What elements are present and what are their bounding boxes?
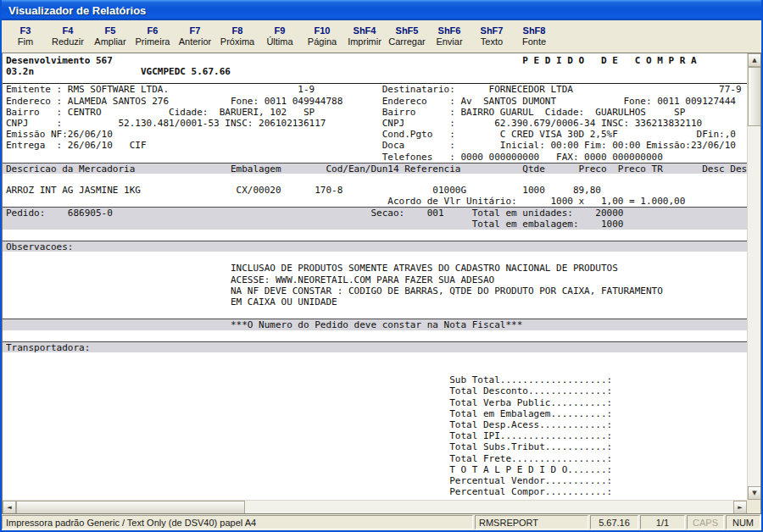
report-line: Emitente : RMS SOFTWARE LTDA. 1-9 Destin…: [6, 84, 747, 95]
report-line: Sub Total...................:: [6, 374, 747, 385]
report-line: Percentual Vendor...........:: [6, 475, 747, 486]
report-line: 03.2n VGCMPEDC 5.67.66: [6, 66, 747, 77]
left-arrow-icon: ◄: [7, 505, 11, 511]
report-divider: [3, 77, 747, 84]
vertical-scrollbar[interactable]: ▲ ▼: [747, 53, 760, 500]
toolbar-button-label: Reduzir: [47, 36, 89, 47]
report-line: Desenvolvimento 567 P E D I D O D E C O …: [6, 55, 747, 66]
toolbar-button-key: ShF6: [428, 25, 471, 36]
toolbar-button-key: F10: [301, 25, 343, 36]
toolbar-button-shf5[interactable]: ShF5Carregar: [386, 23, 428, 50]
horizontal-scrollbar[interactable]: ◄ ►: [3, 500, 747, 513]
toolbar-button-label: Texto: [471, 36, 513, 47]
report-line: Bairro : CENTRO Cidade: BARUERI, 102 SP …: [6, 107, 747, 118]
scroll-down-button[interactable]: ▼: [748, 486, 761, 500]
toolbar-button-key: F7: [174, 25, 216, 36]
report-line: Transportadora:: [3, 341, 747, 352]
page-indicator: 1/1: [640, 515, 685, 529]
toolbar-button-key: F5: [89, 25, 131, 36]
toolbar-button-key: F8: [216, 25, 259, 36]
report-line: EM CAIXA OU UNIDADE: [6, 296, 747, 308]
toolbar-button-f7[interactable]: F7Anterior: [174, 23, 216, 50]
toolbar-button-key: ShF5: [386, 25, 428, 36]
report-area: Desenvolvimento 567 P E D I D O D E C O …: [2, 53, 761, 514]
report-line: Total Desconto..............:: [6, 385, 747, 396]
report-line: Telefones : 0000 000000000 FAX: 0000 000…: [6, 152, 747, 163]
report-line: Total Subs.Tribut...........:: [6, 441, 747, 452]
toolbar-button-label: Enviar: [428, 36, 471, 47]
report-line: [6, 352, 747, 363]
window-title: Visualizador de Relatórios: [8, 4, 146, 17]
toolbar-button-label: Primeira: [131, 36, 174, 47]
report-viewer-window: Visualizador de Relatórios F3FimF4Reduzi…: [0, 0, 763, 532]
report-line: Emissão NF:26/06/10 Cond.Pgto : C CRED V…: [6, 129, 747, 140]
toolbar-button-label: Ampliar: [89, 36, 131, 47]
toolbar-button-label: Próxima: [216, 36, 259, 47]
scroll-up-button[interactable]: ▲: [748, 53, 761, 67]
scroll-left-button[interactable]: ◄: [3, 501, 16, 514]
toolbar-button-key: F4: [47, 25, 89, 36]
report-line: [6, 363, 747, 374]
report-line: [6, 174, 747, 185]
toolbar-button-label: Página: [301, 36, 343, 47]
version-indicator: 5.67.16: [590, 515, 638, 529]
report-line: [6, 308, 747, 319]
toolbar-button-shf6[interactable]: ShF6Enviar: [428, 23, 471, 50]
report-line: ACESSE: WWW.NEORETAIL.COM PARA FAZER SUA…: [6, 274, 747, 285]
toolbar-button-shf7[interactable]: ShF7Texto: [471, 23, 513, 50]
scroll-right-button[interactable]: ►: [733, 501, 747, 514]
right-arrow-icon: ►: [738, 505, 742, 511]
report-line: INCLUSAO DE PRODUTOS SOMENTE ATRAVES DO …: [6, 263, 747, 274]
report-viewport[interactable]: Desenvolvimento 567 P E D I D O D E C O …: [3, 53, 747, 500]
toolbar-button-f6[interactable]: F6Primeira: [131, 23, 174, 50]
report-line: Endereco : ALAMEDA SANTOS 276 Fone: 0011…: [6, 96, 747, 107]
report-line: Total IPI...................:: [6, 430, 747, 441]
toolbar-button-f10[interactable]: F10Página: [301, 23, 343, 50]
down-arrow-icon: ▼: [752, 490, 756, 496]
toolbar-button-f5[interactable]: F5Ampliar: [89, 23, 131, 50]
caps-indicator: CAPS: [687, 515, 724, 529]
report-line: Percentual Compor...........:: [6, 486, 747, 497]
title-bar[interactable]: Visualizador de Relatórios: [2, 0, 761, 20]
toolbar-button-label: Carregar: [386, 36, 428, 47]
horizontal-scroll-thumb[interactable]: [16, 501, 245, 514]
report-line: Total em embalagem: 1000: [3, 219, 747, 230]
report-line: NA NF DEVE CONSTAR : CODIGO DE BARRAS, Q…: [6, 285, 747, 296]
toolbar-button-label: Última: [259, 36, 301, 47]
toolbar-button-key: ShF8: [513, 25, 555, 36]
report-line: Entrega : 26/06/10 CIF Doca : Inicial: 0…: [6, 140, 747, 151]
report-line: Descricao da Mercadoria Embalagem Cod/Ea…: [3, 163, 747, 174]
toolbar-button-shf4[interactable]: ShF4Imprimir: [343, 23, 386, 50]
toolbar-button-f3[interactable]: F3Fim: [4, 23, 47, 50]
toolbar-button-f8[interactable]: F8Próxima: [216, 23, 259, 50]
num-indicator: NUM: [726, 515, 760, 529]
toolbar-button-label: Fim: [4, 36, 47, 47]
toolbar-button-f9[interactable]: F9Última: [259, 23, 301, 50]
toolbar-button-f4[interactable]: F4Reduzir: [47, 23, 89, 50]
toolbar-button-label: Anterior: [174, 36, 216, 47]
report-line: [6, 230, 747, 241]
vertical-scroll-thumb[interactable]: [748, 67, 761, 126]
printer-status: Impressora padrão Generic / Text Only (d…: [2, 515, 473, 529]
scrollbar-corner: [747, 500, 760, 513]
report-line: Total Frete.................:: [6, 453, 747, 464]
toolbar-button-key: F9: [259, 25, 301, 36]
report-line: Total Verba Public..........:: [6, 397, 747, 408]
toolbar-button-key: F3: [4, 25, 47, 36]
report-line: ARROZ INT AG JASMINE 1KG CX/00020 170-8 …: [6, 185, 747, 196]
report-line: ***O Numero do Pedido deve constar na No…: [3, 319, 747, 330]
report-line: T O T A L P E D I D O.......:: [6, 464, 747, 475]
report-line: [6, 330, 747, 341]
report-line: Total Desp.Acess............:: [6, 419, 747, 430]
toolbar-button-key: ShF7: [471, 25, 513, 36]
report-line: Total em Embalagem..........:: [6, 408, 747, 419]
status-bar: Impressora padrão Generic / Text Only (d…: [2, 514, 761, 530]
report-line: Pedido: 686905-0 Secao: 001 Total em uni…: [3, 207, 747, 218]
toolbar-button-shf8[interactable]: ShF8Fonte: [513, 23, 555, 50]
report-line: [6, 252, 747, 263]
toolbar-button-label: Fonte: [513, 36, 555, 47]
report-name: RMSREPORT: [475, 515, 588, 529]
up-arrow-icon: ▲: [752, 58, 756, 64]
report-line: Observacoes:: [3, 241, 747, 252]
toolbar-button-key: F6: [131, 25, 174, 36]
